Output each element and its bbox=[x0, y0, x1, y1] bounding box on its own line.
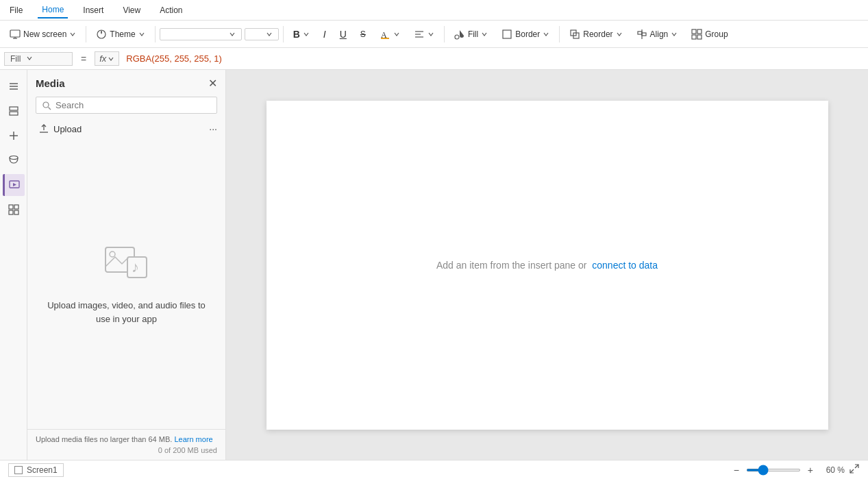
connect-to-data-link[interactable]: connect to data bbox=[592, 260, 658, 271]
svg-line-42 bbox=[855, 465, 858, 468]
reorder-button[interactable]: Reorder bbox=[564, 26, 628, 42]
chevron-down-icon bbox=[69, 31, 76, 38]
sidebar-insert-button[interactable] bbox=[3, 125, 25, 147]
svg-rect-30 bbox=[9, 205, 13, 209]
menu-item-file[interactable]: File bbox=[5, 3, 27, 18]
search-input[interactable] bbox=[55, 100, 211, 110]
chevron-down-icon bbox=[427, 31, 434, 38]
panel-title: Media bbox=[36, 77, 65, 89]
screen-tab-icon bbox=[14, 466, 23, 474]
svg-rect-31 bbox=[14, 205, 18, 209]
svg-rect-19 bbox=[697, 35, 702, 39]
search-icon bbox=[42, 101, 51, 110]
panel-close-button[interactable]: ✕ bbox=[208, 77, 217, 90]
media-panel: Media ✕ Upload ··· bbox=[27, 70, 226, 460]
svg-rect-17 bbox=[697, 29, 702, 34]
formula-bar: Fill = fx bbox=[0, 48, 868, 70]
search-box bbox=[36, 97, 217, 114]
zoom-slider[interactable] bbox=[746, 469, 801, 471]
new-screen-button[interactable]: New screen bbox=[4, 26, 82, 42]
alignment-button[interactable] bbox=[408, 26, 440, 42]
hamburger-icon bbox=[8, 80, 20, 93]
chevron-down-icon bbox=[671, 31, 678, 38]
italic-button[interactable]: I bbox=[318, 26, 332, 42]
learn-more-link[interactable]: Learn more bbox=[174, 435, 212, 443]
font-color-button[interactable]: A bbox=[374, 26, 406, 42]
separator-5 bbox=[559, 26, 560, 42]
upload-more-button[interactable]: ··· bbox=[209, 123, 217, 134]
chevron-down-icon bbox=[616, 31, 623, 38]
svg-rect-32 bbox=[9, 210, 13, 214]
svg-line-43 bbox=[850, 469, 854, 473]
sidebar-data-button[interactable] bbox=[3, 149, 25, 171]
svg-point-27 bbox=[10, 156, 18, 160]
separator-2 bbox=[155, 26, 156, 42]
strikethrough-button[interactable]: S bbox=[355, 27, 371, 42]
fullscreen-button[interactable] bbox=[849, 463, 860, 476]
group-button[interactable]: Group bbox=[686, 26, 733, 42]
chevron-down-icon bbox=[393, 31, 400, 38]
sidebar-layers-button[interactable] bbox=[3, 100, 25, 122]
upload-button[interactable]: Upload bbox=[38, 123, 82, 134]
chevron-down-icon bbox=[229, 31, 236, 38]
font-dropdown[interactable] bbox=[160, 28, 242, 40]
svg-point-9 bbox=[455, 35, 459, 39]
canvas-placeholder: Add an item from the insert pane or conn… bbox=[436, 260, 658, 271]
underline-button[interactable]: U bbox=[334, 26, 352, 42]
font-color-icon: A bbox=[380, 29, 390, 40]
equals-symbol: = bbox=[77, 53, 90, 64]
sidebar-menu-button[interactable] bbox=[3, 75, 25, 97]
svg-rect-23 bbox=[10, 107, 18, 110]
media-empty-text: Upload images, video, and audio files to… bbox=[41, 299, 212, 326]
components-icon bbox=[8, 204, 20, 216]
separator-1 bbox=[86, 26, 86, 42]
panel-header: Media ✕ bbox=[27, 70, 225, 97]
zoom-out-button[interactable]: − bbox=[731, 465, 742, 476]
property-selector[interactable]: Fill bbox=[4, 52, 73, 66]
svg-rect-14 bbox=[638, 32, 642, 34]
media-empty-icon: ♪ bbox=[103, 242, 151, 291]
separator-3 bbox=[283, 26, 284, 42]
border-icon bbox=[501, 29, 512, 40]
theme-button[interactable]: Theme bbox=[90, 26, 150, 42]
media-empty-state: ♪ Upload images, video, and audio files … bbox=[27, 138, 225, 429]
expand-icon bbox=[849, 463, 860, 474]
sidebar-components-button[interactable] bbox=[3, 199, 25, 221]
chevron-down-icon bbox=[108, 56, 114, 62]
border-button[interactable]: Border bbox=[496, 26, 555, 42]
menu-item-view[interactable]: View bbox=[119, 3, 145, 18]
svg-rect-5 bbox=[381, 38, 389, 39]
fill-button[interactable]: Fill bbox=[449, 26, 493, 42]
chevron-down-icon bbox=[303, 31, 310, 38]
sidebar-media-button[interactable] bbox=[3, 174, 25, 196]
bottom-bar: Screen1 − + 60 % bbox=[0, 460, 868, 479]
svg-rect-33 bbox=[14, 210, 18, 214]
align-icon bbox=[414, 29, 425, 40]
group-icon bbox=[691, 29, 702, 40]
upload-row: Upload ··· bbox=[27, 119, 225, 138]
menu-bar: File Home Insert View Action bbox=[0, 0, 868, 21]
screen-icon bbox=[10, 29, 21, 40]
svg-rect-24 bbox=[10, 112, 18, 115]
panel-footer: Upload media files no larger than 64 MB.… bbox=[27, 429, 225, 460]
font-size-dropdown[interactable] bbox=[245, 28, 279, 40]
separator-4 bbox=[444, 26, 445, 42]
canvas-frame[interactable]: Add an item from the insert pane or conn… bbox=[266, 101, 828, 430]
svg-rect-18 bbox=[692, 35, 696, 39]
zoom-level: 60 % bbox=[820, 465, 845, 475]
menu-item-action[interactable]: Action bbox=[156, 3, 186, 18]
svg-marker-29 bbox=[13, 183, 16, 186]
align-button[interactable]: Align bbox=[631, 26, 684, 42]
storage-info: 0 of 200 MB used bbox=[36, 446, 217, 454]
menu-item-home[interactable]: Home bbox=[38, 2, 68, 19]
zoom-in-button[interactable]: + bbox=[805, 465, 816, 476]
plus-icon bbox=[8, 130, 20, 142]
screen-tab[interactable]: Screen1 bbox=[8, 463, 64, 477]
svg-text:♪: ♪ bbox=[132, 258, 139, 275]
menu-item-insert[interactable]: Insert bbox=[79, 3, 108, 18]
bold-button[interactable]: B bbox=[288, 26, 315, 42]
canvas-area: Add an item from the insert pane or conn… bbox=[226, 70, 868, 460]
formula-input[interactable] bbox=[123, 52, 864, 65]
toolbar: New screen Theme B I U S A bbox=[0, 21, 868, 48]
fx-button[interactable]: fx bbox=[95, 51, 119, 66]
